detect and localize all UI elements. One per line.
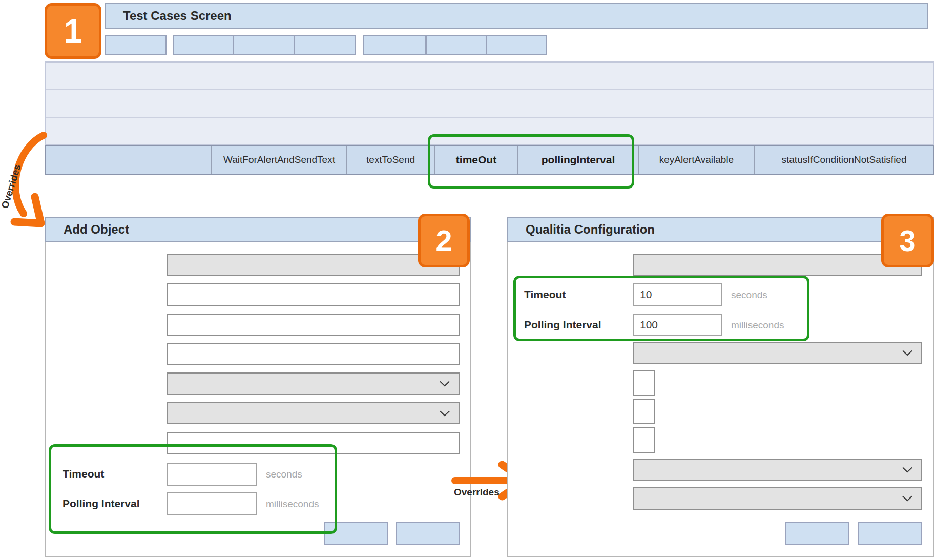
- column-header-keyalertavailable: keyAlertAvailable: [638, 146, 754, 174]
- add-object-polling-label: Polling Interval: [63, 497, 140, 510]
- step-badge-2-number: 2: [435, 223, 452, 258]
- step-badge-3: 3: [881, 214, 934, 267]
- chevron-down-icon: [902, 495, 913, 502]
- add-object-action-button-1[interactable]: [324, 522, 388, 545]
- qualitia-checkbox-3[interactable]: [633, 427, 655, 453]
- qualitia-dropdown-3[interactable]: [633, 487, 922, 510]
- qualitia-configuration-title: Qualitia Configuration: [526, 222, 655, 237]
- qualitia-checkbox-2[interactable]: [633, 399, 655, 424]
- chevron-down-icon: [902, 350, 913, 357]
- add-object-timeout-unit: seconds: [266, 469, 302, 480]
- qualitia-action-button-1[interactable]: [785, 522, 849, 545]
- column-header-waitforalertandsendtext: WaitForAlertAndSendText: [211, 146, 346, 174]
- chevron-down-icon: [902, 467, 913, 473]
- column-header-timeout: timeOut: [434, 146, 517, 174]
- toolbar-button-2[interactable]: [173, 35, 234, 55]
- add-object-field-4[interactable]: [167, 343, 460, 365]
- qualitia-dropdown-2[interactable]: [633, 459, 922, 481]
- toolbar-button-1[interactable]: [105, 35, 167, 55]
- qualitia-configuration-header: Qualitia Configuration: [507, 217, 934, 242]
- qualitia-polling-label: Polling Interval: [524, 319, 601, 331]
- table-header-row: WaitForAlertAndSendText textToSend timeO…: [45, 145, 934, 175]
- qualitia-checkbox-1[interactable]: [633, 370, 655, 396]
- toolbar-button-3[interactable]: [233, 35, 295, 55]
- qualitia-field-1: [633, 254, 922, 276]
- test-cases-screen-header: Test Cases Screen: [105, 3, 928, 29]
- add-object-dropdown-2[interactable]: [167, 402, 460, 424]
- chevron-down-icon: [439, 381, 450, 387]
- qualitia-timeout-input[interactable]: [633, 283, 722, 306]
- qualitia-polling-input[interactable]: [633, 314, 722, 336]
- add-object-field-3[interactable]: [167, 314, 460, 336]
- add-object-field-2[interactable]: [167, 283, 460, 306]
- add-object-polling-input[interactable]: [167, 492, 257, 515]
- screenshot-canvas: Test Cases Screen WaitForAlertAndSendTex…: [0, 0, 936, 560]
- step-badge-2: 2: [418, 214, 470, 267]
- column-header-blank: [46, 146, 211, 174]
- add-object-timeout-input[interactable]: [167, 463, 257, 486]
- toolbar-button-4[interactable]: [294, 35, 356, 55]
- step-badge-3-number: 3: [899, 223, 916, 258]
- test-cases-grid: [45, 61, 934, 145]
- add-object-field-5[interactable]: [167, 432, 460, 454]
- add-object-polling-unit: milliseconds: [266, 499, 319, 510]
- qualitia-action-button-2[interactable]: [858, 522, 922, 545]
- table-row-1[interactable]: [46, 63, 933, 90]
- step-badge-1: 1: [45, 3, 101, 59]
- add-object-action-button-2[interactable]: [396, 522, 460, 545]
- column-header-pollinginterval: pollingInterval: [517, 146, 638, 174]
- qualitia-dropdown-1[interactable]: [633, 342, 922, 364]
- add-object-header: Add Object: [45, 217, 471, 242]
- chevron-down-icon: [439, 410, 450, 417]
- column-header-statusifconditionnotsatisfied: statusIfConditionNotSatisfied: [754, 146, 933, 174]
- qualitia-timeout-label: Timeout: [524, 288, 566, 301]
- qualitia-polling-unit: milliseconds: [731, 320, 784, 331]
- table-row-2[interactable]: [46, 90, 933, 118]
- qualitia-timeout-unit: seconds: [731, 289, 767, 301]
- column-header-texttosend: textToSend: [346, 146, 434, 174]
- toolbar-button-6[interactable]: [426, 35, 487, 55]
- test-cases-screen-title: Test Cases Screen: [123, 9, 232, 23]
- overrides-label-horizontal: Overrides: [454, 487, 500, 498]
- add-object-dropdown-1[interactable]: [167, 372, 460, 395]
- add-object-title: Add Object: [64, 222, 129, 237]
- add-object-timeout-label: Timeout: [63, 468, 104, 480]
- add-object-field-1: [167, 254, 460, 276]
- step-badge-1-number: 1: [64, 12, 82, 50]
- toolbar-button-5[interactable]: [363, 35, 426, 55]
- table-row-3[interactable]: [46, 118, 933, 146]
- toolbar-button-7[interactable]: [486, 35, 547, 55]
